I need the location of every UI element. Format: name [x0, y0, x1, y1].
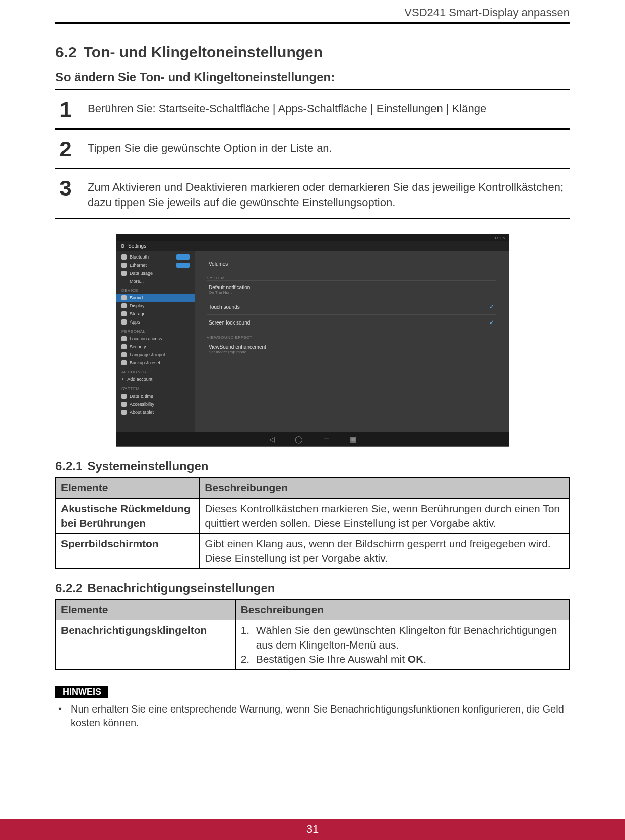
display-icon [121, 303, 127, 308]
sidebar-item-label: Accessibility [130, 402, 154, 407]
sidebar-item-more[interactable]: More... [116, 277, 195, 285]
page-number: 31 [306, 823, 319, 836]
sidebar-item-language[interactable]: Language & input [116, 351, 195, 359]
sidebar-item-label: About tablet [130, 410, 154, 415]
system-settings-table: Elemente Beschreibungen Akustische Rückm… [55, 477, 570, 569]
sidebar-item-bluetooth[interactable]: Bluetooth [116, 253, 195, 261]
sidebar-item-label: More... [130, 279, 144, 284]
sidebar-item-label: Sound [130, 295, 143, 300]
row-touch-sounds[interactable]: Touch sounds✓ [207, 299, 496, 314]
bullet-icon: • [58, 702, 64, 730]
step-item: 3 Zum Aktivieren und Deaktivieren markie… [55, 169, 570, 219]
settings-icon: ⚙ [120, 243, 125, 249]
subsection-number: 6.2.1 [55, 459, 82, 473]
note-badge: HINWEIS [55, 686, 108, 698]
row-label: Volumes [209, 261, 228, 267]
sidebar-item-label: Apps [130, 319, 140, 325]
clock-icon [121, 394, 127, 399]
table-header-elements: Elemente [56, 478, 200, 498]
row-screen-lock-sound[interactable]: Screen lock sound✓ [207, 314, 496, 330]
sidebar-item-display[interactable]: Display [116, 302, 195, 310]
sidebar-item-apps[interactable]: Apps [116, 318, 195, 326]
table-header-descriptions: Beschreibungen [200, 478, 570, 498]
sidebar-item-datetime[interactable]: Date & time [116, 392, 195, 400]
notification-settings-table: Elemente Beschreibungen Benachrichtigung… [55, 599, 570, 670]
row-label: Touch sounds [209, 304, 240, 310]
sidebar-item-label: Bluetooth [130, 254, 149, 260]
sidebar-item-label: Ethernet [130, 263, 147, 268]
list-item-text: Wählen Sie den gewünschten Klingelton fü… [256, 623, 564, 652]
checkmark-icon[interactable]: ✓ [489, 303, 494, 310]
screenshot-icon[interactable]: ▣ [350, 435, 356, 443]
intro-heading: So ändern Sie Ton- und Klingeltoneinstel… [55, 70, 570, 84]
table-cell-element: Akustische Rückmeldung bei Berührungen [56, 498, 200, 534]
app-title-row: ⚙ Settings [116, 241, 509, 251]
subsection-heading: 6.2.2Benachrichtigungseinstellungen [55, 581, 570, 595]
sidebar-item-label: Backup & reset [130, 360, 160, 365]
list-item-text: Bestätigen Sie Ihre Auswahl mit OK. [256, 652, 564, 666]
apps-icon [121, 319, 127, 325]
step-text: Zum Aktivieren und Deaktivieren markiere… [88, 177, 570, 210]
step-number: 3 [55, 177, 76, 199]
subsection-heading: 6.2.1Systemeinstellungen [55, 459, 570, 473]
step-number: 2 [55, 138, 76, 160]
sidebar-item-backup[interactable]: Backup & reset [116, 359, 195, 367]
data-usage-icon [121, 271, 127, 276]
sidebar-category-personal: PERSONAL [116, 326, 195, 335]
section-heading: 6.2Ton- und Klingeltoneinstellungen [55, 44, 570, 61]
subsection-number: 6.2.2 [55, 581, 82, 595]
sidebar-item-security[interactable]: Security [116, 343, 195, 351]
location-icon [121, 336, 127, 341]
table-cell-description: Dieses Kontrollkästchen markieren Sie, w… [200, 498, 570, 534]
table-cell-description: 1.Wählen Sie den gewünschten Klingelton … [235, 620, 569, 670]
step-text: Tippen Sie die gewünschte Option in der … [88, 138, 332, 156]
section-title: Ton- und Klingeltoneinstellungen [84, 44, 323, 60]
settings-screenshot: 11:35 ⚙ Settings Bluetooth Ethernet Data… [116, 234, 509, 447]
toggle-switch[interactable] [176, 254, 190, 260]
sidebar-item-accessibility[interactable]: Accessibility [116, 400, 195, 408]
note-text: Nun erhalten Sie eine entsprechende Warn… [71, 702, 570, 730]
sidebar-item-label: Language & input [130, 352, 165, 357]
storage-icon [121, 311, 127, 316]
sidebar-item-label: Security [130, 344, 146, 349]
row-volumes[interactable]: Volumes [207, 257, 496, 271]
status-bar: 11:35 [116, 234, 509, 241]
table-cell-description: Gibt einen Klang aus, wenn der Bildschir… [200, 534, 570, 569]
header-breadcrumb: VSD241 Smart-Display anpassen [55, 6, 570, 21]
sidebar-item-data-usage[interactable]: Data usage [116, 269, 195, 277]
sound-icon [121, 295, 127, 300]
step-number: 1 [55, 98, 76, 120]
steps-list: 1 Berühren Sie: Startseite-Schaltfläche … [55, 89, 570, 219]
sidebar-category-accounts: ACCOUNTS [116, 367, 195, 375]
nav-bar: ◁ ◯ ▭ ▣ [116, 432, 509, 446]
table-row: Sperrbildschirmton Gibt einen Klang aus,… [56, 534, 570, 569]
sidebar-item-location[interactable]: Location access [116, 335, 195, 343]
plus-icon: + [121, 377, 124, 382]
backup-icon [121, 360, 127, 365]
row-sublabel: On The Hunt [209, 290, 250, 295]
sidebar-item-storage[interactable]: Storage [116, 310, 195, 318]
settings-main-panel: Volumes SYSTEM Default notification On T… [195, 251, 509, 432]
checkmark-icon[interactable]: ✓ [489, 319, 494, 326]
row-default-notification[interactable]: Default notification On The Hunt [207, 280, 496, 299]
recents-icon[interactable]: ▭ [323, 435, 330, 443]
row-viewsound[interactable]: ViewSound enhancement Set mode: Pop mode [207, 340, 496, 358]
back-icon[interactable]: ◁ [269, 435, 275, 443]
sidebar-item-label: Date & time [130, 394, 153, 399]
sidebar-item-sound[interactable]: Sound [116, 294, 195, 302]
row-sublabel: Set mode: Pop mode [209, 350, 266, 354]
toggle-switch[interactable] [176, 263, 190, 268]
settings-sidebar: Bluetooth Ethernet Data usage More... DE… [116, 251, 195, 432]
sidebar-item-about[interactable]: About tablet [116, 408, 195, 416]
section-number: 6.2 [55, 44, 77, 60]
sidebar-item-label: Storage [130, 311, 146, 316]
sidebar-item-ethernet[interactable]: Ethernet [116, 261, 195, 269]
accessibility-icon [121, 402, 127, 407]
sidebar-category-system: SYSTEM [116, 383, 195, 392]
home-icon[interactable]: ◯ [295, 435, 303, 443]
status-time: 11:35 [494, 236, 505, 240]
table-row: Benachrichtigungsklingelton 1.Wählen Sie… [56, 620, 570, 670]
note-block: HINWEIS • Nun erhalten Sie eine entsprec… [55, 686, 570, 730]
page-footer: 31 [0, 819, 625, 840]
sidebar-item-add-account[interactable]: +Add account [116, 375, 195, 383]
